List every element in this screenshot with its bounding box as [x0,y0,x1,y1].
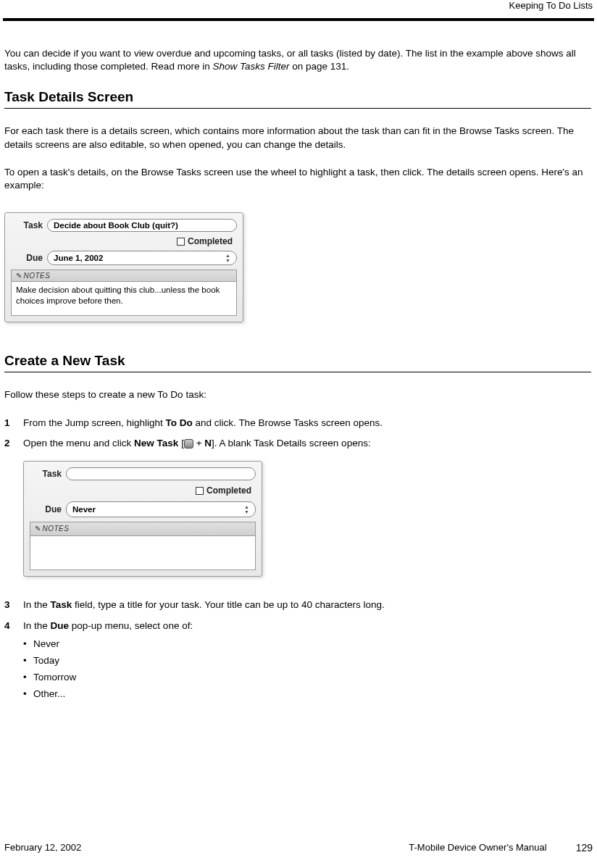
section1-p2: To open a task's details, on the Browse … [4,166,591,192]
s1b: To Do [166,417,193,428]
spinner-icon: ▲▼ [225,253,230,263]
section-rule-2 [4,372,591,372]
s2f: ]. A blank Task Details screen opens: [212,438,371,448]
s4b: Due [51,620,70,631]
s2d: + [193,438,204,448]
ds2-due-field: Never ▲▼ [66,501,256,517]
step-2: Open the menu and click New Task [ + N].… [4,437,591,591]
ds2-due-value: Never [72,504,96,515]
page-footer: February 12, 2002 T-Mobile Device Owner'… [4,842,593,854]
ds2-notes-header: NOTES [30,522,256,535]
ds1-notes-label: NOTES [24,272,51,280]
running-header: Keeping To Do Lists [3,0,594,14]
ds1-due-value: June 1, 2002 [54,254,103,262]
intro-paragraph: You can decide if you want to view overd… [4,47,591,73]
bullet-today: Today [23,654,591,668]
checkbox-icon [196,487,204,495]
ds2-task-label: Task [30,468,66,480]
s3b: Task [51,599,72,610]
ds2-notes-label: NOTES [43,525,70,533]
due-options-list: Never Today Tomorrow Other... [23,638,591,701]
spinner-icon: ▲▼ [244,504,249,514]
ds1-completed: Completed [11,236,237,246]
footer-date: February 12, 2002 [4,842,81,853]
intro-link: Show Tasks Filter [212,61,289,72]
bullet-never: Never [23,638,591,651]
s2e: N [204,438,212,448]
s2b: New Task [134,438,178,448]
section2-intro: Follow these steps to create a new To Do… [4,388,591,401]
s1a: From the Jump screen, highlight [23,417,166,428]
intro-text-b: on page 131. [289,61,349,72]
footer-page: 129 [576,842,593,854]
step-1: From the Jump screen, highlight To Do an… [4,417,591,430]
screenshot-blank-task: Task Completed Due Never ▲▼ NOTES [23,461,262,577]
section1-p1: For each task there is a details screen,… [4,125,591,151]
screenshot-task-details: Task Decide about Book Club (quit?) Comp… [4,212,243,322]
header-rule [3,18,594,21]
step-3: In the Task field, type a title for your… [4,598,591,612]
section-title-task-details: Task Details Screen [4,89,591,105]
s2c: [ [178,438,184,448]
bullet-other: Other... [23,688,591,701]
ds2-task-field [66,467,256,480]
menu-key-icon [184,439,193,448]
s4c: pop-up menu, select one of: [69,620,193,631]
s3c: field, type a title for your task. Your … [72,599,385,610]
ds2-notes-box [30,535,256,570]
ds1-due-field: June 1, 2002 ▲▼ [47,251,237,265]
step-4: In the Due pop-up menu, select one of: N… [4,619,591,701]
s4a: In the [23,620,51,631]
section-rule [4,108,591,109]
s2a: Open the menu and click [23,438,134,448]
pencil-icon [35,525,43,533]
steps-list: From the Jump screen, highlight To Do an… [4,417,591,701]
s1c: and click. The Browse Tasks screen opens… [193,417,383,428]
ds2-completed-label: Completed [206,485,251,496]
ds1-task-label: Task [11,220,47,230]
ds1-notes-box: Make decision about quitting this club..… [11,281,237,316]
footer-manual: T-Mobile Device Owner's Manual [409,842,546,854]
ds2-due-label: Due [30,504,66,516]
ds1-task-field: Decide about Book Club (quit?) [47,219,237,232]
ds1-due-label: Due [11,253,47,263]
bullet-tomorrow: Tomorrow [23,671,591,685]
pencil-icon [16,272,24,280]
ds2-completed: Completed [30,485,256,497]
ds1-completed-label: Completed [188,236,233,246]
section-title-create-task: Create a New Task [4,353,591,369]
s3a: In the [23,599,51,610]
checkbox-icon [177,238,185,246]
ds1-notes-header: NOTES [11,270,237,281]
